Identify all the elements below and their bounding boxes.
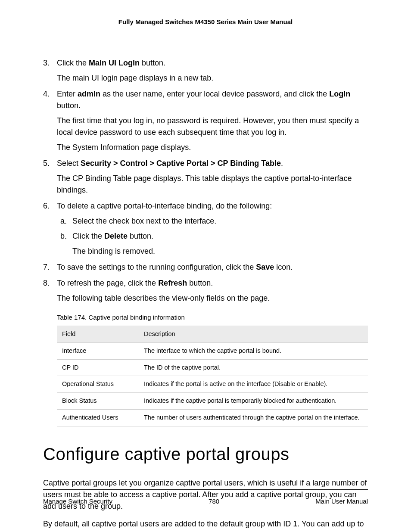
document-header: Fully Managed Switches M4350 Series Main… — [43, 17, 368, 27]
step-5: Select Security > Control > Captive Port… — [43, 158, 368, 196]
table-header-row: Field Description — [57, 326, 368, 343]
page-footer: Manage Switch Security 780 Main User Man… — [43, 489, 368, 507]
table-cell: Interface — [57, 342, 139, 359]
substep-bold: Delete — [104, 232, 128, 240]
step-6: To delete a captive portal-to-interface … — [43, 200, 368, 257]
step-bold: Login — [329, 90, 350, 98]
table-cell: The interface to which the captive porta… — [139, 342, 368, 359]
table-header-field: Field — [57, 326, 139, 343]
substep-list: Select the check box next to the interfa… — [57, 215, 368, 257]
footer-page-number: 780 — [209, 497, 219, 507]
table-cell: Indicates if the captive portal is tempo… — [139, 393, 368, 410]
step-text: Select — [57, 159, 81, 168]
table-caption: Table 174. Captive portal binding inform… — [57, 313, 368, 323]
table-header-description: Description — [139, 326, 368, 343]
footer-right: Main User Manual — [315, 497, 368, 507]
step-3: Click the Main UI Login button. The main… — [43, 57, 368, 84]
table-row: CP IDThe ID of the captive portal. — [57, 359, 368, 376]
step-desc: The CP Binding Table page displays. This… — [57, 173, 368, 196]
step-desc: The first time that you log in, no passw… — [57, 115, 368, 138]
step-bold: Save — [256, 263, 274, 271]
table-row: InterfaceThe interface to which the capt… — [57, 342, 368, 359]
table-cell: Authenticated Users — [57, 409, 139, 426]
footer-left: Manage Switch Security — [43, 497, 112, 507]
table-cell: The number of users authenticated throug… — [139, 409, 368, 426]
step-8: To refresh the page, click the Refresh b… — [43, 277, 368, 304]
step-text: To save the settings to the running conf… — [57, 263, 256, 271]
step-text: To refresh the page, click the — [57, 279, 158, 287]
substep-desc: The binding is removed. — [72, 246, 368, 257]
step-text: button. — [140, 59, 165, 67]
step-text: button. — [57, 101, 81, 110]
step-text: icon. — [274, 263, 293, 271]
table-cell: The ID of the captive portal. — [139, 359, 368, 376]
substep-b: Click the Delete button. The binding is … — [57, 230, 368, 257]
section-heading: Configure captive portal groups — [43, 441, 368, 467]
table-cell: Block Status — [57, 393, 139, 410]
step-list: Click the Main UI Login button. The main… — [43, 57, 368, 304]
table-row: Operational StatusIndicates if the porta… — [57, 376, 368, 393]
section-paragraph: By default, all captive portal users are… — [43, 518, 368, 532]
step-bold: Security > Control > Captive Portal > CP… — [81, 159, 281, 168]
step-bold: admin — [78, 90, 100, 98]
step-text: To delete a captive portal-to-interface … — [57, 202, 272, 210]
step-text: . — [281, 159, 283, 168]
substep-text: button. — [128, 232, 153, 240]
table-cell: Indicates if the portal is active on the… — [139, 376, 368, 393]
step-bold: Refresh — [158, 279, 187, 287]
step-desc: The System Information page displays. — [57, 142, 368, 153]
binding-info-table: Field Description InterfaceThe interface… — [57, 326, 368, 426]
table-cell: Operational Status — [57, 376, 139, 393]
substep-text: Click the — [72, 232, 104, 240]
step-bold: Main UI Login — [89, 59, 140, 67]
step-desc: The main UI login page displays in a new… — [57, 72, 368, 84]
step-desc: The following table describes the view-o… — [57, 292, 368, 304]
step-text: Enter — [57, 90, 78, 98]
table-row: Authenticated UsersThe number of users a… — [57, 409, 368, 426]
step-text: as the user name, enter your local devic… — [100, 90, 329, 98]
step-text: button. — [187, 279, 213, 287]
table-row: Block StatusIndicates if the captive por… — [57, 393, 368, 410]
table-cell: CP ID — [57, 359, 139, 376]
step-4: Enter admin as the user name, enter your… — [43, 88, 368, 153]
substep-a: Select the check box next to the interfa… — [57, 215, 368, 227]
substep-text: Select the check box next to the interfa… — [72, 217, 216, 225]
step-text: Click the — [57, 59, 89, 67]
step-7: To save the settings to the running conf… — [43, 261, 368, 273]
